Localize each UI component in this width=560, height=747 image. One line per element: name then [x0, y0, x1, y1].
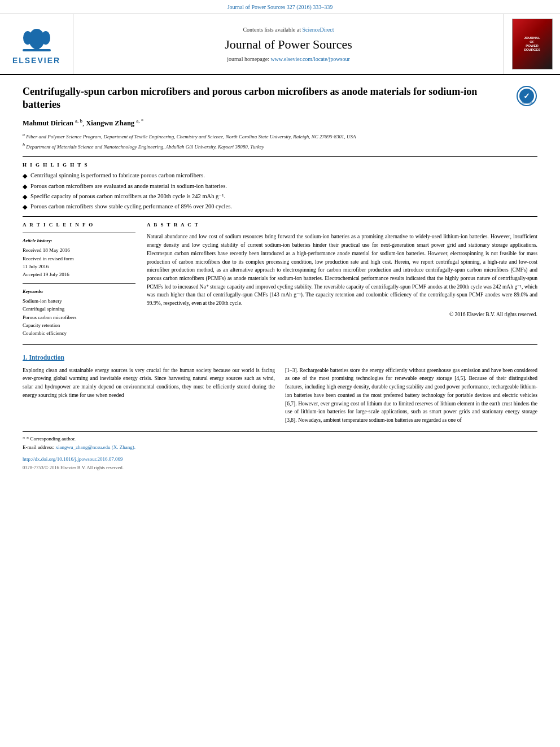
abstract-text: Natural abundance and low cost of sodium… [147, 233, 537, 307]
highlight-item-2: ◆ Porous carbon microfibers are evaluate… [23, 182, 537, 191]
highlights-section: H I G H L I G H T S ◆ Centrifugal spinni… [23, 161, 537, 212]
sciencedirect-label: Contents lists available at [243, 27, 300, 33]
affil-a-text: Fiber and Polymer Science Program, Depar… [26, 134, 356, 139]
divider-keywords [23, 283, 135, 284]
keywords-label: Keywords: [23, 289, 135, 295]
journal-homepage: journal homepage: www.elsevier.com/locat… [227, 55, 350, 63]
author-2-name: Xiangwu Zhang [86, 119, 134, 127]
divider-1 [23, 156, 537, 157]
abstract-section: A B S T R A C T Natural abundance and lo… [147, 221, 537, 338]
issn-line: 0378-7753/© 2016 Elsevier B.V. All right… [23, 465, 537, 471]
intro-left-text: Exploring clean and sustainable energy s… [23, 368, 275, 398]
intro-two-col: Exploring clean and sustainable energy s… [23, 366, 537, 425]
header-right: JOURNALOFPOWERSOURCES [504, 14, 560, 74]
elsevier-brand-text: ELSEVIER [12, 55, 60, 67]
highlight-text-4: Porous carbon microfibers show stable cy… [30, 203, 232, 211]
divider-2 [23, 216, 537, 217]
email-link[interactable]: xiangwu_zhang@ncsu.edu (X. Zhang). [55, 444, 135, 450]
svg-rect-4 [23, 49, 51, 51]
highlight-text-1: Centrifugal spinning is performed to fab… [30, 172, 205, 180]
affiliation-b: b Department of Materials Science and Na… [23, 142, 537, 151]
elsevier-logo: ELSEVIER [12, 22, 60, 67]
highlight-text-2: Porous carbon microfibers are evaluated … [30, 182, 227, 191]
highlight-text-3: Specific capacity of porous carbon micro… [30, 193, 225, 201]
highlight-item-1: ◆ Centrifugal spinning is performed to f… [23, 172, 537, 180]
keywords-list: Sodium-ion battery Centrifugal spinning … [23, 297, 135, 338]
crossmark-badge: ✓ CrossMark [516, 85, 537, 107]
header-section: ELSEVIER Contents lists available at Sci… [0, 14, 560, 75]
affiliations-section: a Fiber and Polymer Science Program, Dep… [23, 132, 537, 150]
affiliation-a: a Fiber and Polymer Science Program, Dep… [23, 132, 537, 141]
corresponding-author-text: * Corresponding author. [27, 436, 76, 442]
highlight-bullet-2: ◆ [23, 182, 27, 191]
journal-citation: Journal of Power Sources 327 (2016) 333–… [228, 4, 333, 10]
crossmark-icon: ✓ CrossMark [517, 86, 537, 106]
copyright-line: © 2016 Elsevier B.V. All rights reserved… [147, 311, 537, 318]
article-history-dates: Received 18 May 2016 Received in revised… [23, 246, 135, 279]
highlight-item-3: ◆ Specific capacity of porous carbon mic… [23, 193, 537, 201]
keyword-5: Coulombic efficiency [23, 329, 135, 337]
intro-right-text: [1–3]. Rechargeable batteries store the … [285, 368, 537, 423]
svg-text:✓: ✓ [523, 91, 530, 101]
svg-point-3 [41, 31, 50, 45]
journal-cover-text: JOURNALOFPOWERSOURCES [523, 35, 542, 54]
abstract-label: A B S T R A C T [147, 221, 537, 229]
intro-heading: 1. Introduction [23, 353, 537, 362]
journal-top-bar: Journal of Power Sources 327 (2016) 333–… [0, 0, 560, 14]
homepage-label: journal homepage: [227, 56, 269, 62]
header-center: Contents lists available at ScienceDirec… [73, 14, 504, 74]
main-content: Centrifugally-spun carbon microfibers an… [0, 75, 560, 481]
highlight-bullet-1: ◆ [23, 172, 27, 180]
svg-text:CrossMark: CrossMark [520, 101, 534, 104]
page-wrapper: Journal of Power Sources 327 (2016) 333–… [0, 0, 560, 747]
author-1-name: Mahmut Dirican [23, 119, 73, 127]
divider-info [23, 233, 135, 233]
received-date: Received 18 May 2016 [23, 246, 135, 254]
svg-point-2 [23, 31, 32, 45]
sciencedirect-notice: Contents lists available at ScienceDirec… [243, 26, 334, 34]
keyword-4: Capacity retention [23, 321, 135, 329]
intro-col-left: Exploring clean and sustainable energy s… [23, 366, 275, 425]
highlight-item-4: ◆ Porous carbon microfibers show stable … [23, 203, 537, 211]
highlight-bullet-3: ◆ [23, 193, 27, 201]
two-col-section: A R T I C L E I N F O Article history: R… [23, 221, 537, 338]
author-2-sup: a, * [136, 118, 143, 124]
article-title-section: Centrifugally-spun carbon microfibers an… [23, 85, 537, 112]
doi-link[interactable]: http://dx.doi.org/10.1016/j.jpowsour.201… [23, 456, 123, 462]
homepage-link[interactable]: www.elsevier.com/locate/jpowsour [270, 56, 349, 62]
email-label: E-mail address: [23, 444, 54, 450]
authors-section: Mahmut Dirican a, b, Xiangwu Zhang a, * [23, 117, 537, 129]
keyword-1: Sodium-ion battery [23, 297, 135, 305]
author-1-sup: a, b [75, 118, 82, 124]
affil-b-sup: b [23, 142, 25, 147]
keyword-3: Porous carbon microfibers [23, 313, 135, 321]
article-info-label: A R T I C L E I N F O [23, 221, 135, 229]
article-title: Centrifugally-spun carbon microfibers an… [23, 85, 509, 112]
footnote-section: * * Corresponding author. E-mail address… [23, 431, 537, 451]
highlights-label: H I G H L I G H T S [23, 161, 537, 169]
elsevier-tree-icon [14, 22, 59, 53]
article-info-section: A R T I C L E I N F O Article history: R… [23, 221, 135, 338]
affil-b-text: Department of Materials Science and Nano… [26, 144, 264, 150]
keyword-2: Centrifugal spinning [23, 305, 135, 313]
introduction-section: 1. Introduction Exploring clean and sust… [23, 353, 537, 425]
accepted-date: Accepted 19 July 2016 [23, 270, 135, 278]
revised-date: Received in revised form11 July 2016 [23, 255, 135, 271]
sciencedirect-link[interactable]: ScienceDirect [302, 27, 334, 33]
footnote-star: * [23, 436, 25, 442]
intro-col-right: [1–3]. Rechargeable batteries store the … [285, 366, 537, 425]
divider-3 [23, 344, 537, 345]
header-left: ELSEVIER [0, 14, 73, 74]
corresponding-author-note: * * Corresponding author. [23, 435, 537, 443]
journal-cover: JOURNALOFPOWERSOURCES [512, 19, 553, 69]
journal-title: Journal of Power Sources [225, 36, 352, 54]
article-history-label: Article history: [23, 238, 135, 244]
highlight-bullet-4: ◆ [23, 203, 27, 211]
affil-a-sup: a [23, 132, 25, 137]
doi-section: http://dx.doi.org/10.1016/j.jpowsour.201… [23, 456, 537, 463]
email-note: E-mail address: xiangwu_zhang@ncsu.edu (… [23, 444, 537, 451]
